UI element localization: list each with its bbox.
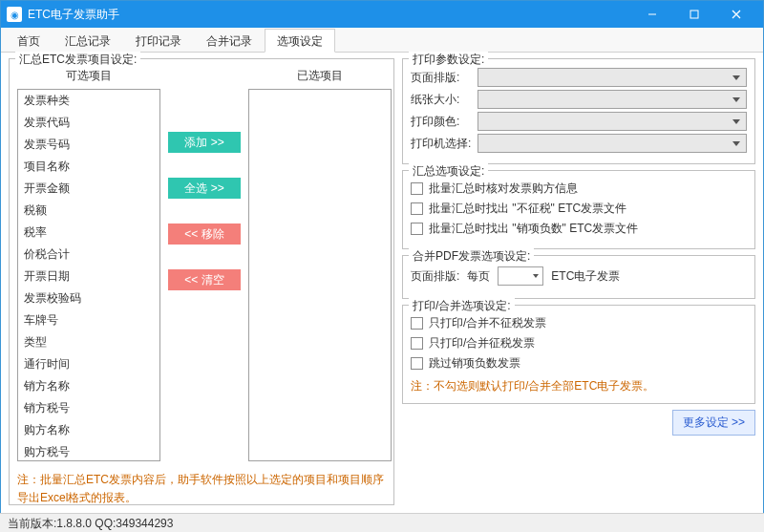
- tab-1[interactable]: 汇总记录: [53, 29, 123, 53]
- tab-4[interactable]: 选项设定: [265, 29, 335, 53]
- chk2-label: 批量汇总时找出 "不征税" ETC发票文件: [429, 201, 626, 217]
- perpage-combo[interactable]: [498, 266, 543, 286]
- paper-combo[interactable]: [478, 90, 747, 109]
- list-item[interactable]: 销方税号: [18, 397, 159, 419]
- list-item[interactable]: 销方名称: [18, 375, 159, 397]
- more-settings-button[interactable]: 更多设定 >>: [672, 410, 755, 436]
- list-item[interactable]: 项目名称: [18, 156, 159, 178]
- layout-label: 页面排版:: [411, 70, 472, 86]
- checkbox-only-notax[interactable]: [411, 317, 423, 330]
- pdf-perpage-label: 每页: [467, 268, 490, 285]
- checkbox-find-notax[interactable]: [411, 202, 423, 215]
- app-icon: ◉: [7, 7, 22, 22]
- chk1-label: 批量汇总时核对发票购方信息: [429, 181, 578, 197]
- clear-button[interactable]: << 清空: [168, 269, 241, 290]
- print-merge-note: 注：不勾选则默认打印/合并全部ETC电子发票。: [411, 377, 747, 395]
- paper-label: 纸张大小:: [411, 92, 472, 108]
- pm-chk1-label: 只打印/合并不征税发票: [429, 315, 546, 331]
- pdf-suffix-label: ETC电子发票: [551, 268, 620, 285]
- summary-opts-legend: 汇总选项设定:: [409, 163, 488, 180]
- tab-3[interactable]: 合并记录: [194, 29, 265, 53]
- selected-listbox[interactable]: [248, 89, 392, 461]
- checkbox-verify-buyer[interactable]: [411, 182, 423, 195]
- printer-combo[interactable]: [478, 134, 747, 153]
- summary-note: 注：批量汇总ETC发票内容后，助手软件按照以上选定的项目和项目顺序导出Excel…: [17, 471, 386, 507]
- list-item[interactable]: 发票代码: [18, 112, 159, 134]
- close-button[interactable]: [715, 1, 757, 28]
- color-label: 打印颜色:: [411, 114, 472, 130]
- maximize-button[interactable]: [673, 1, 715, 28]
- pm-chk3-label: 跳过销项负数发票: [429, 355, 520, 372]
- list-item[interactable]: 购方税号: [18, 441, 159, 461]
- tab-2[interactable]: 打印记录: [123, 29, 194, 53]
- summary-project-legend: 汇总ETC发票项目设定:: [15, 52, 140, 68]
- checkbox-find-negative[interactable]: [411, 223, 423, 235]
- minimize-button[interactable]: [631, 1, 673, 28]
- layout-combo[interactable]: [478, 68, 747, 87]
- list-item[interactable]: 开票日期: [18, 266, 159, 287]
- list-item[interactable]: 发票号码: [18, 134, 159, 156]
- print-merge-legend: 打印/合并选项设定:: [409, 298, 515, 314]
- statusbar: 当前版本:1.8.8.0 QQ:349344293: [0, 513, 764, 532]
- available-listbox[interactable]: 发票种类发票代码发票号码项目名称开票金额税额税率价税合计开票日期发票校验码车牌号…: [17, 89, 160, 461]
- selected-header: 已选项目: [248, 65, 392, 89]
- remove-button[interactable]: << 移除: [168, 223, 241, 245]
- color-combo[interactable]: [478, 112, 747, 131]
- list-item[interactable]: 开票金额: [18, 178, 159, 200]
- list-item[interactable]: 发票校验码: [18, 287, 159, 309]
- svg-rect-1: [690, 11, 698, 18]
- list-item[interactable]: 车牌号: [18, 309, 159, 331]
- checkbox-only-tax[interactable]: [411, 337, 423, 350]
- printer-label: 打印机选择:: [411, 136, 472, 152]
- print-params-legend: 打印参数设定:: [409, 52, 488, 68]
- list-item[interactable]: 类型: [18, 331, 159, 353]
- tab-0[interactable]: 首页: [5, 29, 53, 53]
- list-item[interactable]: 价税合计: [18, 244, 159, 266]
- list-item[interactable]: 发票种类: [18, 90, 159, 112]
- list-item[interactable]: 税额: [18, 200, 159, 222]
- merge-pdf-legend: 合并PDF发票选项设定:: [409, 248, 534, 265]
- window-title: ETC电子发票助手: [28, 7, 631, 23]
- pdf-layout-label: 页面排版:: [411, 268, 459, 285]
- avail-header: 可选项目: [17, 65, 160, 89]
- list-item[interactable]: 购方名称: [18, 419, 159, 441]
- select-all-button[interactable]: 全选 >>: [168, 178, 241, 199]
- pm-chk2-label: 只打印/合并征税发票: [429, 335, 535, 351]
- list-item[interactable]: 税率: [18, 222, 159, 244]
- list-item[interactable]: 通行时间: [18, 353, 159, 375]
- add-button[interactable]: 添加 >>: [168, 132, 241, 153]
- checkbox-skip-negative[interactable]: [411, 357, 423, 370]
- chk3-label: 批量汇总时找出 "销项负数" ETC发票文件: [429, 221, 638, 237]
